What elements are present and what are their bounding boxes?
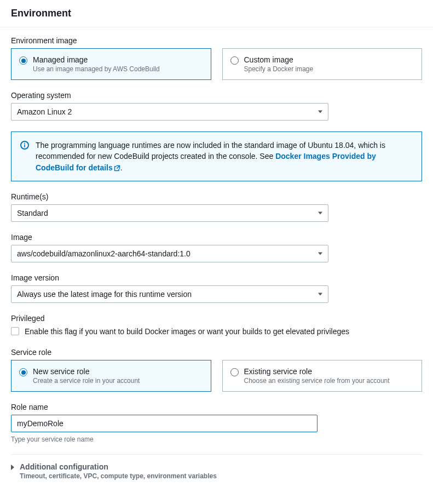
tile-existing-service-role[interactable]: Existing service role Choose an existing… [222, 360, 423, 392]
os-select[interactable]: Amazon Linux 2 [11, 103, 328, 121]
image-version-select-value: Always use the latest image for this run… [17, 290, 192, 299]
additional-config-desc: Timeout, certificate, VPC, compute type,… [20, 472, 217, 480]
tile-managed-image-desc: Use an image managed by AWS CodeBuild [33, 65, 160, 73]
info-alert: The programming language runtimes are no… [11, 131, 422, 181]
tile-managed-image-title: Managed image [33, 55, 160, 64]
additional-config-toggle[interactable]: Additional configuration Timeout, certif… [11, 462, 422, 480]
info-text-b: . [120, 163, 123, 172]
image-version-label: Image version [11, 273, 422, 282]
image-select[interactable]: aws/codebuild/amazonlinux2-aarch64-stand… [11, 245, 328, 262]
os-label: Operating system [11, 91, 422, 100]
divider [11, 454, 422, 455]
caret-down-icon [318, 252, 322, 255]
radio-custom-image[interactable] [230, 56, 239, 65]
tile-managed-image[interactable]: Managed image Use an image managed by AW… [11, 48, 211, 80]
tile-new-service-role-title: New service role [33, 367, 140, 376]
caret-down-icon [318, 211, 322, 214]
radio-existing-service-role[interactable] [230, 368, 239, 376]
info-icon [20, 141, 29, 150]
tile-custom-image-title: Custom image [244, 55, 314, 64]
svg-rect-2 [24, 145, 25, 148]
caret-down-icon [318, 111, 322, 113]
os-select-value: Amazon Linux 2 [17, 107, 72, 116]
radio-new-service-role[interactable] [19, 368, 27, 376]
role-name-label: Role name [11, 403, 422, 411]
tile-new-service-role-desc: Create a service role in your account [33, 377, 140, 385]
role-name-helper: Type your service role name [11, 436, 422, 443]
panel-title: Environment [11, 8, 422, 19]
tile-new-service-role[interactable]: New service role Create a service role i… [11, 360, 211, 392]
image-select-value: aws/codebuild/amazonlinux2-aarch64-stand… [17, 249, 190, 258]
runtime-select-value: Standard [17, 209, 48, 217]
service-role-label: Service role [11, 348, 422, 357]
tile-existing-service-role-desc: Choose an existing service role from you… [244, 377, 390, 385]
external-link-icon [114, 165, 120, 171]
privileged-checkbox-label: Enable this flag if you want to build Do… [25, 326, 349, 337]
caret-right-icon [11, 465, 14, 470]
additional-config-title: Additional configuration [20, 462, 217, 471]
radio-managed-image[interactable] [19, 56, 27, 65]
caret-down-icon [318, 293, 322, 295]
role-name-input[interactable] [11, 415, 317, 432]
runtime-select[interactable]: Standard [11, 204, 328, 222]
image-label: Image [11, 233, 422, 242]
privileged-label: Privileged [11, 314, 422, 323]
tile-custom-image[interactable]: Custom image Specify a Docker image [222, 48, 423, 80]
runtime-label: Runtime(s) [11, 192, 422, 201]
svg-point-1 [24, 143, 25, 144]
env-image-label: Environment image [11, 36, 422, 45]
tile-existing-service-role-title: Existing service role [244, 367, 390, 376]
image-version-select[interactable]: Always use the latest image for this run… [11, 285, 328, 303]
privileged-checkbox[interactable] [11, 327, 19, 335]
tile-custom-image-desc: Specify a Docker image [244, 65, 314, 73]
